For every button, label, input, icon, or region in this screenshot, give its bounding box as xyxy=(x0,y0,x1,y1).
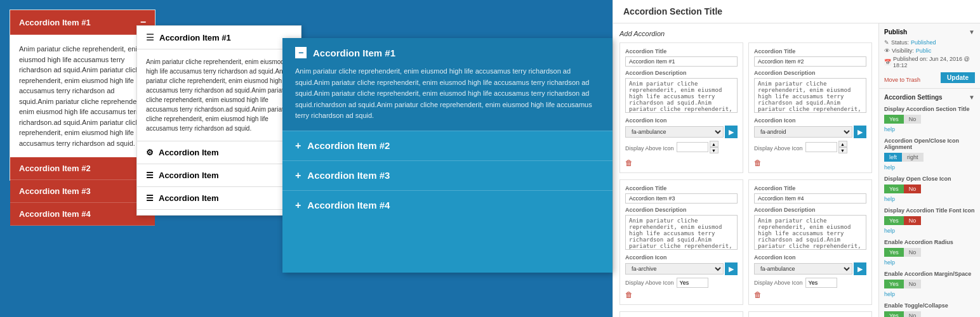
no-btn-2[interactable]: No xyxy=(904,184,922,193)
red-accordion-item-3[interactable]: Accordion Item #3 xyxy=(10,180,155,203)
help-link-4[interactable]: help xyxy=(884,259,975,266)
yes-btn-2[interactable]: Yes xyxy=(884,184,904,193)
white-accordion-item-3[interactable]: ☰ Accordion Item xyxy=(137,164,301,187)
no-btn-6[interactable]: No xyxy=(904,311,922,317)
setting-label-1: Accordion Open/Close Icon Alignment xyxy=(884,138,975,150)
delete-btn-3[interactable]: 🗑 xyxy=(625,290,633,299)
blue-accordion-title-4: Accordion Item #4 xyxy=(307,200,390,210)
accordion-icon-btn-2[interactable]: ▶ xyxy=(854,126,866,138)
blue-accordion-title-3: Accordion Item #3 xyxy=(307,170,390,181)
blue-accordion-item-4[interactable]: + Accordion Item #4 xyxy=(282,190,612,220)
field-label-title-1: Accordion Title xyxy=(625,48,738,55)
white-accordion-title-4: Accordion Item xyxy=(159,193,219,203)
accordion-icon-btn-4[interactable]: ▶ xyxy=(854,262,866,275)
move-to-trash[interactable]: Move to Trash xyxy=(884,77,920,83)
help-link-5[interactable]: help xyxy=(884,291,975,297)
accordion-title-input-4[interactable] xyxy=(754,193,866,204)
spinner-up-1[interactable]: ▲ xyxy=(710,141,718,147)
white-accordion-panel: ☰ Accordion Item #1 Anim pariatur cliche… xyxy=(136,25,301,216)
field-label-desc-3: Accordion Description xyxy=(625,207,738,213)
accordion-icon-select-4[interactable]: fa-ambulance xyxy=(754,263,852,275)
settings-title[interactable]: Accordion Settings ▼ xyxy=(884,94,975,101)
select-row-2: fa-android ▶ xyxy=(754,126,866,138)
red-accordion-item-1[interactable]: Accordion Item #1 − xyxy=(10,10,155,35)
spinner-down-2[interactable]: ▼ xyxy=(838,147,847,153)
help-link-1[interactable]: help xyxy=(884,164,975,171)
white-accordion-icon-3: ☰ xyxy=(146,171,154,180)
spinner-input-1[interactable] xyxy=(677,142,708,152)
add-accordion-label[interactable]: Add Accordion xyxy=(619,30,872,37)
delete-btn-1[interactable]: 🗑 xyxy=(625,158,633,167)
spinner-2: ▲ ▼ xyxy=(805,141,847,153)
status-value[interactable]: Published xyxy=(911,39,936,46)
delete-btn-4[interactable]: 🗑 xyxy=(754,290,762,299)
delete-btn-2[interactable]: 🗑 xyxy=(754,158,762,167)
accordion-icon-select-2[interactable]: fa-android xyxy=(754,126,852,138)
help-link-3[interactable]: help xyxy=(884,228,975,234)
accordion-desc-input-3[interactable]: Anim pariatur cliche reprehenderit, enim… xyxy=(625,215,738,250)
setting-label-2: Display Open Close Icon xyxy=(884,176,975,182)
display-above-row-3: Display Above Icon xyxy=(625,278,738,288)
accordion-icon-select-1[interactable]: fa-ambulance xyxy=(625,126,724,138)
publish-date-row: 📅 Published on: Jun 24, 2016 @ 18:12 xyxy=(884,56,975,68)
accordion-icon-btn-3[interactable]: ▶ xyxy=(725,262,738,275)
setting-toggle-6: Yes No xyxy=(884,311,975,317)
spinner-up-2[interactable]: ▲ xyxy=(838,141,847,147)
no-btn-0[interactable]: No xyxy=(904,115,922,124)
setting-toggle-2: Yes No xyxy=(884,184,975,193)
no-btn-5[interactable]: No xyxy=(904,280,922,288)
spinner-1: ▲ ▼ xyxy=(677,141,718,153)
red-accordion-title-2: Accordion Item #2 xyxy=(19,164,91,173)
accordion-title-input-1[interactable] xyxy=(625,56,738,67)
select-row-4: fa-ambulance ▶ xyxy=(754,262,866,275)
accordion-col-6: Accordion Title Accordion Description xyxy=(748,311,872,317)
accordion-icon-btn-1[interactable]: ▶ xyxy=(725,126,738,138)
red-accordion-item-2[interactable]: Accordion Item #2 xyxy=(10,157,155,180)
update-button[interactable]: Update xyxy=(941,72,975,83)
spinner-down-1[interactable]: ▼ xyxy=(710,147,718,153)
no-btn-4[interactable]: No xyxy=(904,248,922,257)
blue-accordion-title-1: Accordion Item #1 xyxy=(313,48,395,58)
field-label-icon-4: Accordion Icon xyxy=(754,254,866,261)
white-accordion-icon-1: ☰ xyxy=(146,32,154,42)
publish-dropdown[interactable]: Publish ▼ xyxy=(884,29,975,36)
yes-btn-0[interactable]: Yes xyxy=(884,115,904,124)
display-above-label-4: Display Above Icon xyxy=(754,280,803,286)
accordion-desc-input-2[interactable]: Anim pariatur cliche reprehenderit, enim… xyxy=(754,78,866,113)
accordion-title-input-2[interactable] xyxy=(754,56,866,67)
accordion-desc-input-4[interactable]: Anim pariatur cliche reprehenderit, enim… xyxy=(754,215,866,250)
yes-btn-6[interactable]: Yes xyxy=(884,311,904,317)
accordion-col-4: Accordion Title Accordion Description An… xyxy=(748,179,872,305)
no-btn-3[interactable]: No xyxy=(904,216,922,225)
spinner-input-4[interactable] xyxy=(805,278,837,288)
red-accordion-title-3: Accordion Item #3 xyxy=(19,186,91,196)
field-label-icon-3: Accordion Icon xyxy=(625,254,738,261)
settings-dropdown-arrow: ▼ xyxy=(969,94,975,101)
yes-btn-3[interactable]: Yes xyxy=(884,216,904,225)
right-btn[interactable]: right xyxy=(902,153,924,162)
publish-status-row: ✎ Status: Published xyxy=(884,39,975,46)
help-link-2[interactable]: help xyxy=(884,196,975,202)
white-accordion-item-2[interactable]: ⚙ Accordion Item xyxy=(137,141,301,164)
white-accordion-item-4[interactable]: ☰ Accordion Item xyxy=(137,187,301,210)
published-date: Published on: Jun 24, 2016 @ 18:12 xyxy=(893,56,975,68)
blue-accordion-item-2[interactable]: + Accordion Item #2 xyxy=(282,131,612,160)
accordion-col-2: Accordion Title Accordion Description An… xyxy=(748,42,872,173)
visibility-value[interactable]: Public xyxy=(916,48,932,54)
white-accordion-item-1[interactable]: ☰ Accordion Item #1 xyxy=(137,26,301,49)
blue-accordion-header-1[interactable]: − Accordion Item #1 xyxy=(295,47,600,58)
setting-toggle-4: Yes No xyxy=(884,248,975,257)
blue-accordion-item-3[interactable]: + Accordion Item #3 xyxy=(282,160,612,190)
accordion-desc-input-1[interactable]: Anim pariatur cliche reprehenderit, enim… xyxy=(625,78,738,113)
accordion-title-input-3[interactable] xyxy=(625,193,738,204)
yes-btn-5[interactable]: Yes xyxy=(884,280,904,288)
spinner-input-2[interactable] xyxy=(805,142,837,152)
spinner-input-3[interactable] xyxy=(677,278,708,288)
white-accordion-content-1: Anim pariatur cliche reprehenderit, enim… xyxy=(137,49,301,141)
yes-btn-4[interactable]: Yes xyxy=(884,248,904,257)
accordion-icon-select-3[interactable]: fa-archive xyxy=(625,263,724,275)
left-btn[interactable]: left xyxy=(884,153,902,162)
blue-plus-icon-3: + xyxy=(295,170,301,181)
red-accordion-item-4[interactable]: Accordion Item #4 xyxy=(10,203,155,226)
help-link-0[interactable]: help xyxy=(884,126,975,133)
